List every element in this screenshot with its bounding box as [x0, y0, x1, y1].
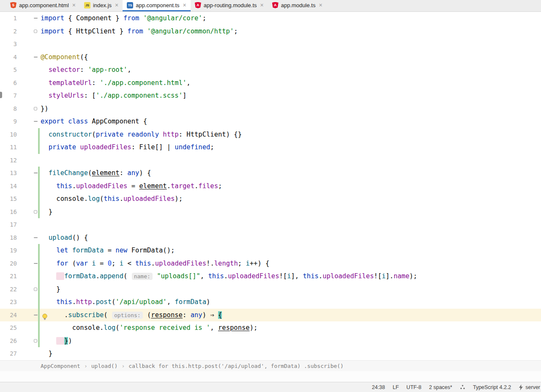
- close-icon[interactable]: ×: [319, 2, 322, 8]
- vcs-change-bar[interactable]: [38, 141, 40, 154]
- close-icon[interactable]: ×: [183, 2, 186, 8]
- line-number[interactable]: 14: [0, 180, 17, 193]
- line-number[interactable]: 27: [0, 347, 17, 360]
- code-line[interactable]: 15 console.log(this.uploadedFiles);: [0, 192, 541, 206]
- line-number[interactable]: 12: [0, 154, 17, 167]
- breadcrumb-item[interactable]: callback for this.http.post('/api/upload…: [128, 363, 344, 369]
- vcs-change-bar[interactable]: [38, 321, 40, 334]
- vcs-change-bar[interactable]: [38, 128, 40, 141]
- status-ts-server[interactable]: server: [519, 384, 540, 390]
- vcs-change-bar[interactable]: [38, 257, 40, 270]
- fold-start-icon[interactable]: [34, 173, 38, 173]
- vcs-change-bar[interactable]: [38, 192, 40, 206]
- line-number[interactable]: 26: [0, 334, 17, 348]
- status-typescript-version[interactable]: TypeScript 4.2.2: [473, 384, 511, 390]
- line-number[interactable]: 24: [0, 309, 17, 322]
- line-number[interactable]: 21: [0, 270, 17, 283]
- fold-end-icon[interactable]: [34, 107, 37, 110]
- close-icon[interactable]: ×: [260, 2, 264, 8]
- fold-start-icon[interactable]: [34, 57, 38, 58]
- code-line[interactable]: 7 styleUrls: ['./app.component.scss']: [0, 89, 541, 102]
- line-number[interactable]: 4: [0, 51, 17, 64]
- line-number[interactable]: 2: [0, 25, 17, 38]
- code-line[interactable]: 24 .subscribe( options: (response: any) …: [0, 309, 541, 322]
- line-number[interactable]: 6: [0, 77, 17, 90]
- line-number[interactable]: 16: [0, 206, 17, 219]
- vcs-change-bar[interactable]: [38, 270, 40, 283]
- tab-app-component-html[interactable]: 5app.component.html×: [6, 0, 80, 11]
- code-line[interactable]: 16 }: [0, 206, 541, 219]
- code-line[interactable]: 5 selector: 'app-root',: [0, 63, 541, 77]
- vcs-change-bar[interactable]: [38, 309, 40, 322]
- fold-start-icon[interactable]: [34, 315, 38, 315]
- line-number[interactable]: 5: [0, 63, 17, 77]
- fold-start-icon[interactable]: [34, 121, 38, 122]
- vcs-change-bar[interactable]: [38, 296, 40, 309]
- line-number[interactable]: 3: [0, 38, 17, 51]
- line-number[interactable]: 15: [0, 192, 17, 206]
- fold-start-icon[interactable]: [34, 18, 38, 19]
- vcs-change-bar[interactable]: [38, 283, 40, 296]
- code-line[interactable]: 6 templateUrl: './app.component.html',: [0, 77, 541, 90]
- line-number[interactable]: 7: [0, 89, 17, 102]
- vcs-change-bar[interactable]: [38, 167, 40, 180]
- line-number[interactable]: 13: [0, 167, 17, 180]
- status-encoding[interactable]: UTF-8: [407, 384, 421, 390]
- status-indent[interactable]: 2 spaces*: [429, 384, 452, 390]
- line-number[interactable]: 22: [0, 283, 17, 296]
- code-line[interactable]: 21 formData.append( name: "uploads[]", t…: [0, 270, 541, 283]
- status-line-separator[interactable]: LF: [393, 384, 399, 390]
- tab-app-module-ts[interactable]: Aapp.module.ts×: [268, 0, 327, 11]
- code-line[interactable]: 2import { HttpClient } from '@angular/co…: [0, 25, 541, 38]
- line-number[interactable]: 18: [0, 231, 17, 244]
- code-line[interactable]: 14 this.uploadedFiles = element.target.f…: [0, 180, 541, 193]
- close-icon[interactable]: ×: [115, 2, 118, 8]
- code-line[interactable]: 1import { Component } from '@angular/cor…: [0, 12, 541, 25]
- code-line[interactable]: 19 let formData = new FormData();: [0, 244, 541, 257]
- code-line[interactable]: 22 }: [0, 283, 541, 296]
- line-number[interactable]: 1: [0, 12, 17, 25]
- code-line[interactable]: 12: [0, 154, 541, 167]
- fold-end-icon[interactable]: [34, 288, 37, 291]
- tab-app-routing-module-ts[interactable]: Aapp-routing.module.ts×: [191, 0, 268, 11]
- code-line[interactable]: 13 fileChange(element: any) {: [0, 167, 541, 180]
- code-line[interactable]: 20 for (var i = 0; i < this.uploadedFile…: [0, 257, 541, 270]
- vcs-change-bar[interactable]: [38, 334, 40, 348]
- breadcrumb-item[interactable]: AppComponent: [41, 363, 80, 369]
- code-line[interactable]: 10 constructor(private readonly http: Ht…: [0, 128, 541, 141]
- editor[interactable]: 1import { Component } from '@angular/cor…: [0, 12, 541, 360]
- code-line[interactable]: 9export class AppComponent {: [0, 115, 541, 128]
- vcs-change-bar[interactable]: [38, 180, 40, 193]
- vcs-change-bar[interactable]: [38, 206, 40, 219]
- tab-index-js[interactable]: JSindex.js×: [80, 0, 123, 11]
- code-line[interactable]: 18 upload() {: [0, 231, 541, 244]
- fold-start-icon[interactable]: [34, 237, 38, 238]
- line-number[interactable]: 19: [0, 244, 17, 257]
- tab-app-component-ts[interactable]: TSapp.component.ts×: [123, 0, 191, 11]
- line-number[interactable]: 23: [0, 296, 17, 309]
- close-icon[interactable]: ×: [72, 2, 76, 8]
- status-caret-position[interactable]: 24:38: [372, 384, 385, 390]
- code-line[interactable]: 3: [0, 38, 541, 51]
- line-number[interactable]: 8: [0, 102, 17, 115]
- status-inspections-widget[interactable]: [460, 384, 465, 390]
- line-number[interactable]: 9: [0, 115, 17, 128]
- line-number[interactable]: 11: [0, 141, 17, 154]
- code-line[interactable]: 26 }): [0, 334, 541, 348]
- code-line[interactable]: 23 this.http.post('/api/upload', formDat…: [0, 296, 541, 309]
- line-number[interactable]: 17: [0, 218, 17, 231]
- line-number[interactable]: 20: [0, 257, 17, 270]
- breadcrumb-item[interactable]: upload(): [91, 363, 118, 369]
- code-line[interactable]: 11 private uploadedFiles: File[] | undef…: [0, 141, 541, 154]
- fold-end-icon[interactable]: [34, 210, 37, 214]
- code-line[interactable]: 25 console.log('response received is ', …: [0, 321, 541, 334]
- vcs-change-bar[interactable]: [38, 244, 40, 257]
- fold-end-icon[interactable]: [34, 339, 37, 343]
- fold-end-icon[interactable]: [34, 30, 37, 33]
- code-line[interactable]: 27 }: [0, 347, 541, 360]
- line-number[interactable]: 25: [0, 321, 17, 334]
- intention-bulb-icon[interactable]: [42, 312, 48, 318]
- code-line[interactable]: 8}): [0, 102, 541, 115]
- fold-start-icon[interactable]: [34, 263, 38, 264]
- code-line[interactable]: 4@Component({: [0, 51, 541, 64]
